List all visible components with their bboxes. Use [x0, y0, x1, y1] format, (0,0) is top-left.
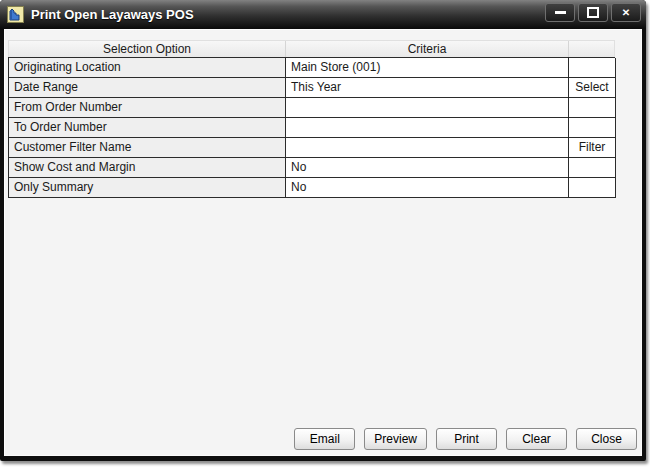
print-button[interactable]: Print	[436, 428, 497, 450]
row-to-order-number-label: To Order Number	[9, 118, 286, 138]
row-show-cost-and-margin-action[interactable]	[569, 158, 616, 178]
row-show-cost-and-margin-criteria[interactable]: No	[286, 158, 569, 178]
window-title: Print Open Layaways POS	[31, 7, 194, 22]
table-body: Originating Location Main Store (001) Da…	[8, 57, 615, 198]
header-action	[569, 41, 616, 57]
window-controls: ✕	[545, 3, 641, 22]
header-selection-option: Selection Option	[9, 41, 286, 57]
header-criteria: Criteria	[286, 41, 569, 57]
close-icon: ✕	[622, 8, 630, 18]
row-date-range-label: Date Range	[9, 78, 286, 98]
dialog-client-area: Selection Option Criteria Originating Lo…	[4, 29, 642, 456]
row-only-summary-criteria[interactable]: No	[286, 178, 569, 198]
maximize-button[interactable]	[578, 3, 608, 22]
app-icon	[7, 6, 24, 23]
clear-button[interactable]: Clear	[506, 428, 567, 450]
close-button[interactable]: Close	[576, 428, 637, 450]
row-only-summary-action[interactable]	[569, 178, 616, 198]
titlebar-close-button[interactable]: ✕	[611, 3, 641, 22]
minimize-icon	[555, 11, 566, 14]
row-only-summary-label: Only Summary	[9, 178, 286, 198]
select-action[interactable]: Select	[569, 78, 616, 98]
row-customer-filter-name-criteria[interactable]	[286, 138, 569, 158]
row-show-cost-and-margin-label: Show Cost and Margin	[9, 158, 286, 178]
criteria-table: Selection Option Criteria Originating Lo…	[8, 40, 615, 198]
row-to-order-number-criteria[interactable]	[286, 118, 569, 138]
preview-button[interactable]: Preview	[364, 428, 427, 450]
maximize-icon	[587, 7, 599, 18]
row-originating-location-criteria[interactable]: Main Store (001)	[286, 58, 569, 78]
row-from-order-number-action[interactable]	[569, 98, 616, 118]
row-customer-filter-name-label: Customer Filter Name	[9, 138, 286, 158]
footer-buttons: Email Preview Print Clear Close	[294, 428, 637, 450]
row-from-order-number-label: From Order Number	[9, 98, 286, 118]
minimize-button[interactable]	[545, 3, 575, 22]
titlebar[interactable]: Print Open Layaways POS ✕	[0, 0, 646, 29]
row-originating-location-action[interactable]	[569, 58, 616, 78]
email-button[interactable]: Email	[294, 428, 355, 450]
row-date-range-criteria[interactable]: This Year	[286, 78, 569, 98]
dialog-window: Print Open Layaways POS ✕ Selection Opti…	[0, 0, 646, 461]
filter-action[interactable]: Filter	[569, 138, 616, 158]
row-to-order-number-action[interactable]	[569, 118, 616, 138]
table-header-row: Selection Option Criteria	[8, 40, 615, 57]
row-from-order-number-criteria[interactable]	[286, 98, 569, 118]
row-originating-location-label: Originating Location	[9, 58, 286, 78]
